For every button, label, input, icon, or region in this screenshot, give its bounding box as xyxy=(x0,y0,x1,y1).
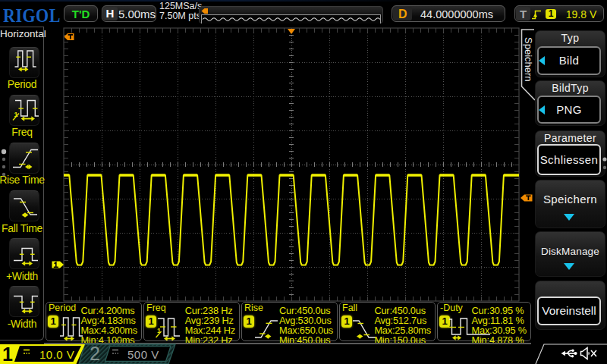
svg-text:2: 2 xyxy=(90,343,100,364)
svg-text:10.0 V: 10.0 V xyxy=(39,348,74,361)
svg-text:1: 1 xyxy=(2,344,13,364)
svg-text:500 V: 500 V xyxy=(127,348,159,361)
